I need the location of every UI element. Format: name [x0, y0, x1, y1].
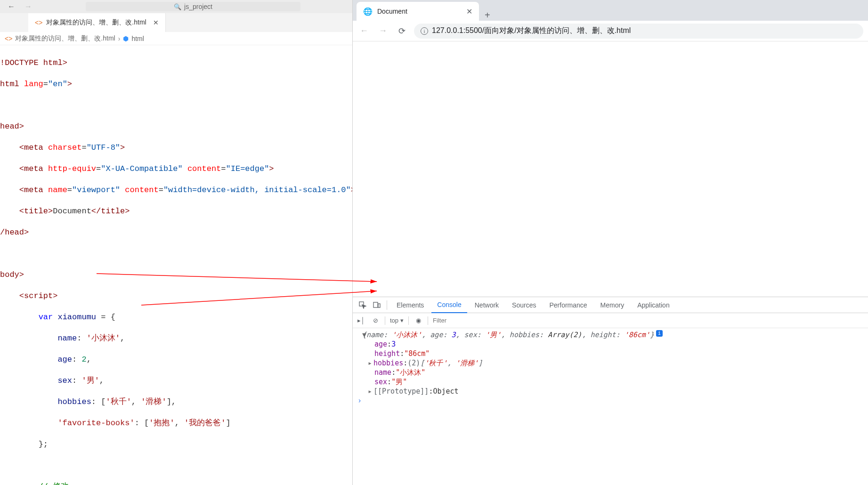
- close-icon[interactable]: ✕: [466, 7, 472, 16]
- new-tab-button[interactable]: +: [479, 10, 496, 21]
- code-token: meta: [24, 143, 43, 152]
- summary-value: '小沐沐': [392, 331, 422, 339]
- html-file-icon: <>: [5, 35, 12, 42]
- console-prop-sex[interactable]: sex: "男": [357, 377, 864, 387]
- devtools-tab-console[interactable]: Console: [431, 297, 467, 313]
- code-token: body: [0, 270, 19, 279]
- code-token: title: [24, 207, 48, 216]
- prop-value: Object: [433, 387, 458, 396]
- code-token: "IE=edge": [226, 164, 269, 173]
- code-token: "en": [48, 80, 67, 89]
- close-icon[interactable]: ✕: [153, 19, 159, 26]
- nav-back-button[interactable]: ←: [357, 26, 371, 36]
- url-field[interactable]: i 127.0.0.1:5500/面向对象/对象属性的访问、增、删、改.html: [414, 24, 863, 39]
- device-toolbar-icon[interactable]: [371, 299, 383, 311]
- code-token: 2: [81, 355, 86, 364]
- ide-tab-label: 对象属性的访问、增、删、改.html: [46, 18, 146, 27]
- caret-down-icon[interactable]: ▼: [357, 330, 362, 340]
- code-token: '男': [81, 376, 99, 385]
- devtools-tabbar: Elements Console Network Sources Perform…: [353, 297, 868, 313]
- prop-key: name: [374, 368, 391, 377]
- code-token: name: [48, 186, 67, 194]
- browser-tab-active[interactable]: 🌐 Document ✕: [357, 2, 479, 21]
- summary-value: '男': [486, 331, 501, 339]
- prop-value: "86cm": [404, 349, 430, 358]
- separator: [387, 300, 387, 310]
- code-token: html: [0, 80, 19, 89]
- code-token: !DOCTYPE: [0, 58, 39, 67]
- url-text: 127.0.0.1:5500/面向对象/对象属性的访问、增、删、改.html: [432, 26, 631, 36]
- code-token: '小沐沐': [87, 334, 120, 343]
- nav-forward-button[interactable]: →: [376, 26, 389, 36]
- code-token: "X-UA-Compatible": [101, 164, 182, 173]
- devtools-tab-application[interactable]: Application: [632, 297, 675, 313]
- ide-toolbar: ← → 🔍 js_project: [0, 0, 352, 13]
- context-selector[interactable]: top ▾: [390, 317, 404, 324]
- code-token: xiaomumu: [57, 313, 96, 322]
- console-object-summary[interactable]: ▼ {name: '小沐沐', age: 3, sex: '男', hobbie…: [357, 330, 864, 340]
- caret-right-icon[interactable]: ▸: [368, 358, 373, 368]
- browser-pane: 🌐 Document ✕ + ← → ⟳ i 127.0.0.1:5500/面向…: [352, 0, 868, 485]
- code-token: '滑梯': [141, 397, 166, 406]
- ide-forward-arrow[interactable]: →: [22, 2, 35, 11]
- code-token: title: [101, 207, 125, 216]
- code-token: sex: [57, 376, 72, 385]
- console-prop-age[interactable]: age: 3: [357, 340, 864, 349]
- browser-tab-title: Document: [377, 8, 462, 15]
- svg-rect-1: [373, 302, 378, 307]
- prop-value: "男": [391, 377, 407, 387]
- prop-value: 3: [391, 340, 396, 349]
- console-output[interactable]: ▼ {name: '小沐沐', age: 3, sex: '男', hobbie…: [353, 328, 868, 485]
- prop-meta: (2): [407, 358, 420, 368]
- code-token: "UTF-8": [87, 143, 120, 152]
- clear-console-icon[interactable]: ⊘: [371, 317, 380, 324]
- summary-value: '86cm': [625, 331, 650, 339]
- summary-value: Array(2): [548, 331, 582, 339]
- code-token: hobbies: [57, 397, 91, 406]
- code-token: content: [187, 164, 221, 173]
- devtools-panel: Elements Console Network Sources Perform…: [353, 297, 868, 485]
- svg-rect-2: [378, 304, 380, 307]
- code-token: script: [24, 291, 53, 300]
- separator: [428, 316, 428, 325]
- chevron-down-icon: ▾: [400, 317, 404, 324]
- console-prop-name[interactable]: name: "小沐沐": [357, 368, 864, 377]
- chevron-right-icon: ›: [118, 35, 121, 42]
- code-token: http-equiv: [48, 164, 96, 173]
- code-comment: // 修改: [39, 482, 69, 485]
- devtools-tab-network[interactable]: Network: [469, 297, 504, 313]
- console-prop-hobbies[interactable]: ▸hobbies: (2) ['秋千', '滑梯']: [357, 358, 864, 368]
- browser-viewport: Elements Console Network Sources Perform…: [353, 41, 868, 485]
- devtools-tab-memory[interactable]: Memory: [595, 297, 630, 313]
- info-icon[interactable]: i: [656, 330, 663, 337]
- devtools-tab-elements[interactable]: Elements: [391, 297, 430, 313]
- ide-pane: ← → 🔍 js_project <> 对象属性的访问、增、删、改.html ✕…: [0, 0, 352, 485]
- devtools-tab-performance[interactable]: Performance: [544, 297, 592, 313]
- site-info-icon[interactable]: i: [421, 27, 428, 35]
- code-token: "width=device-width, initial-scale=1.0": [163, 186, 351, 194]
- code-token: meta: [24, 186, 43, 194]
- console-sidebar-icon[interactable]: ▸│: [357, 317, 366, 324]
- console-prop-height[interactable]: height: "86cm": [357, 349, 864, 358]
- ide-search-text: js_project: [184, 3, 212, 10]
- code-token: name: [57, 334, 77, 343]
- inspect-element-icon[interactable]: [357, 299, 369, 311]
- ide-tab-active[interactable]: <> 对象属性的访问、增、删、改.html ✕: [28, 13, 166, 32]
- console-prop-prototype[interactable]: ▸[[Prototype]]: Object: [357, 387, 864, 396]
- html-file-icon: <>: [35, 19, 42, 26]
- ide-back-arrow[interactable]: ←: [5, 2, 18, 11]
- summary-text: , sex:: [456, 331, 486, 339]
- console-prompt[interactable]: ›: [357, 396, 864, 405]
- code-token: age: [57, 355, 72, 364]
- caret-right-icon[interactable]: ▸: [368, 387, 373, 396]
- ide-search-box[interactable]: 🔍 js_project: [86, 2, 300, 11]
- console-filter-input[interactable]: [433, 317, 864, 324]
- code-editor[interactable]: !DOCTYPE html> html lang="en"> head> <me…: [0, 45, 352, 485]
- devtools-tab-sources[interactable]: Sources: [506, 297, 542, 313]
- code-token: content: [125, 186, 158, 194]
- reload-button[interactable]: ⟳: [395, 26, 408, 36]
- live-expression-icon[interactable]: ◉: [414, 317, 423, 324]
- ide-breadcrumb[interactable]: <> 对象属性的访问、增、删、改.html › ⬢ html: [0, 32, 352, 45]
- separator: [385, 316, 385, 325]
- code-token: '秋千': [105, 397, 131, 406]
